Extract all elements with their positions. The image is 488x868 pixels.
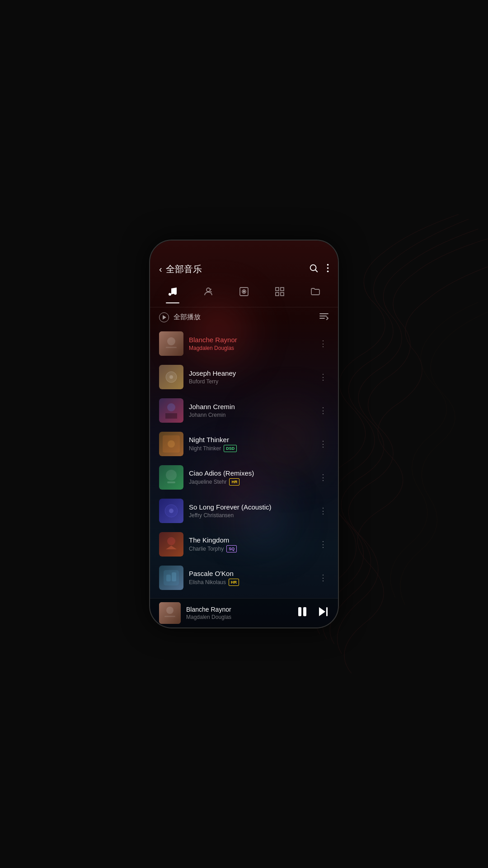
song-title: Joseph Heaney [189,369,312,377]
svg-rect-40 [166,575,171,581]
svg-rect-20 [166,347,177,348]
pause-button[interactable] [296,606,308,620]
play-all-button[interactable]: 全部播放 [159,312,201,322]
song-info: Night Thinker Night Thinker DSD [189,436,312,453]
tab-albums[interactable] [233,284,255,302]
svg-point-23 [169,375,173,379]
now-playing-controls [296,606,329,620]
svg-rect-11 [276,288,279,291]
song-artist: Magdalen Douglas [189,345,234,351]
tab-songs[interactable] [162,284,183,302]
song-more-button[interactable]: ⋮ [317,337,329,350]
svg-point-7 [206,288,210,292]
svg-rect-41 [172,572,176,581]
song-more-button[interactable]: ⋮ [317,437,329,451]
grid-icon [274,286,285,300]
now-playing-artist: Magdalen Douglas [186,614,291,620]
tab-bar [150,281,338,307]
now-playing-title: Blanche Raynor [186,606,291,613]
play-all-label: 全部播放 [174,313,201,321]
song-thumbnail [159,365,183,389]
list-item[interactable]: Johann Cremin Johann Cremin ⋮ [150,394,338,427]
song-title: Night Thinker [189,436,312,443]
svg-rect-39 [164,570,179,585]
svg-point-0 [310,265,316,271]
header: ‹ 全部音乐 [150,241,338,281]
svg-point-35 [169,509,174,513]
header-right [309,263,329,275]
svg-rect-13 [276,292,279,296]
svg-point-10 [243,291,244,292]
song-artist: Charlie Torphy [189,546,224,552]
song-artist: Buford Terry [189,378,218,385]
song-info: Johann Cremin Johann Cremin [189,403,312,418]
song-thumbnail [159,499,183,523]
tab-playlists[interactable] [269,284,291,302]
song-thumbnail [159,532,183,557]
song-artist: Elisha Nikolaus [189,579,226,585]
svg-point-4 [327,271,329,273]
list-item[interactable]: Pascale O'Kon Elisha Nikolaus HR ⋮ [150,561,338,594]
svg-point-46 [166,607,174,614]
song-title: Johann Cremin [189,403,312,410]
song-list: Blanche Raynor Magdalen Douglas ⋮ [150,327,338,598]
svg-rect-26 [165,413,177,419]
list-item[interactable]: The Kingdom Charlie Torphy SQ ⋮ [150,528,338,561]
now-playing-bar[interactable]: Blanche Raynor Magdalen Douglas [150,598,338,627]
quality-badge-hr: HR [229,478,239,486]
song-artist-row: Jaqueline Stehr HR [189,478,312,486]
page-title: 全部音乐 [166,263,202,275]
list-item[interactable]: So Long Forever (Acoustic) Jeffry Christ… [150,494,338,528]
sort-icon[interactable] [319,312,329,322]
song-more-button[interactable]: ⋮ [317,571,329,585]
music-note-icon [167,286,178,300]
tab-folders[interactable] [305,284,326,302]
svg-point-6 [174,292,177,295]
list-item[interactable]: Ciao Adios (Remixes) Willis Osinski ⋮ [150,594,338,598]
list-item[interactable]: Ciao Adios (Remixes) Jaqueline Stehr HR … [150,461,338,494]
song-artist-row: Jeffry Christiansen [189,512,312,519]
search-icon[interactable] [309,263,319,275]
tab-artists[interactable] [197,284,219,302]
svg-point-5 [169,293,171,296]
song-info: The Kingdom Charlie Torphy SQ [189,536,312,553]
now-playing-thumbnail [159,602,181,624]
now-playing-info: Blanche Raynor Magdalen Douglas [186,606,291,620]
song-artist-row: Johann Cremin [189,412,312,418]
svg-point-25 [167,403,175,411]
svg-rect-48 [298,607,301,616]
song-more-button[interactable]: ⋮ [317,370,329,384]
song-artist: Johann Cremin [189,412,225,418]
quality-badge-dsd: DSD [224,445,237,453]
song-artist: Jeffry Christiansen [189,512,234,519]
song-thumbnail [159,465,183,490]
play-circle-icon [159,312,169,322]
song-more-button[interactable]: ⋮ [317,538,329,551]
svg-rect-14 [281,292,284,296]
list-item[interactable]: Night Thinker Night Thinker DSD ⋮ [150,427,338,461]
next-track-button[interactable] [317,606,329,620]
song-artist-row: Buford Terry [189,378,312,385]
song-more-button[interactable]: ⋮ [317,504,329,518]
song-artist: Night Thinker [189,445,221,452]
song-title: The Kingdom [189,536,312,544]
svg-rect-49 [303,607,306,616]
list-item[interactable]: Joseph Heaney Buford Terry ⋮ [150,360,338,394]
song-artist-row: Night Thinker DSD [189,445,312,453]
song-title: Blanche Raynor [189,336,312,344]
svg-point-37 [167,537,175,545]
song-info: So Long Forever (Acoustic) Jeffry Christ… [189,503,312,519]
song-more-button[interactable]: ⋮ [317,471,329,484]
song-info: Ciao Adios (Remixes) Jaqueline Stehr HR [189,469,312,486]
song-thumbnail [159,566,183,590]
song-artist-row: Elisha Nikolaus HR [189,579,312,586]
more-menu-icon[interactable] [327,263,329,275]
song-thumbnail [159,432,183,456]
song-more-button[interactable]: ⋮ [317,404,329,417]
svg-marker-50 [319,607,325,616]
back-button[interactable]: ‹ [159,264,162,274]
list-item[interactable]: Blanche Raynor Magdalen Douglas ⋮ [150,327,338,360]
svg-point-3 [327,267,329,269]
svg-rect-32 [167,481,175,483]
song-info: Blanche Raynor Magdalen Douglas [189,336,312,351]
